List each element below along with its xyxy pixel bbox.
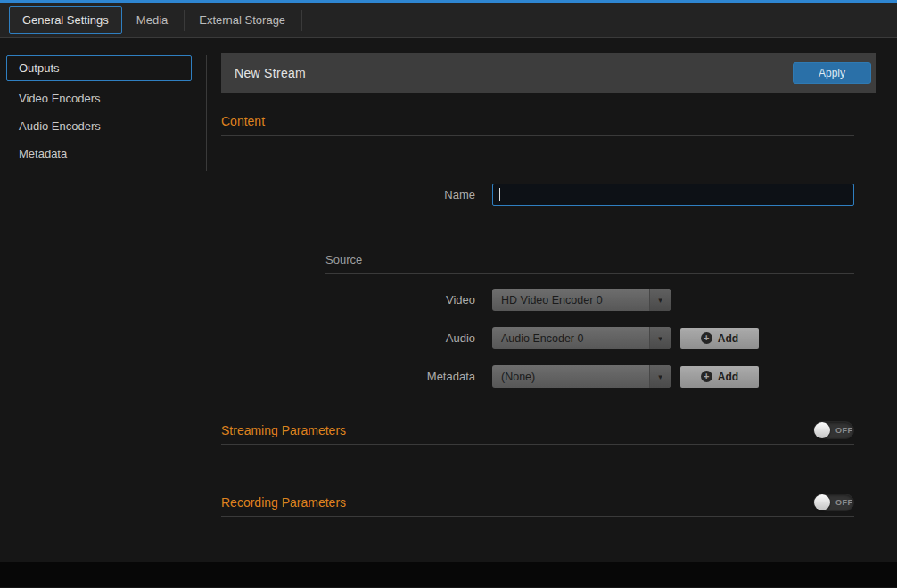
metadata-label: Metadata bbox=[221, 370, 475, 383]
name-label: Name bbox=[221, 188, 475, 201]
sidebar-item-video-encoders[interactable]: Video Encoders bbox=[0, 85, 207, 112]
sidebar: Outputs Video Encoders Audio Encoders Me… bbox=[0, 38, 207, 562]
metadata-select-value: (None) bbox=[492, 371, 535, 383]
name-row: Name bbox=[221, 184, 854, 206]
chevron-down-icon: ▾ bbox=[649, 365, 671, 388]
chevron-down-icon: ▾ bbox=[649, 289, 671, 311]
recording-toggle[interactable]: OFF bbox=[813, 494, 854, 511]
audio-row: Audio Audio Encoder 0 ▾ + Add bbox=[221, 327, 854, 349]
content-divider bbox=[221, 135, 854, 136]
recording-params-row: Recording Parameters OFF bbox=[221, 494, 854, 511]
sidebar-item-metadata[interactable]: Metadata bbox=[0, 140, 207, 167]
name-input[interactable] bbox=[492, 184, 854, 206]
plus-icon: + bbox=[701, 371, 712, 382]
chevron-down-icon: ▾ bbox=[649, 327, 671, 349]
audio-add-button[interactable]: + Add bbox=[680, 328, 759, 349]
metadata-row: Metadata (None) ▾ + Add bbox=[221, 365, 854, 388]
metadata-select[interactable]: (None) ▾ bbox=[492, 365, 671, 388]
toggle-off-label: OFF bbox=[835, 426, 853, 435]
page-title: New Stream bbox=[235, 66, 306, 80]
add-button-label: Add bbox=[718, 371, 738, 383]
tab-separator bbox=[301, 10, 302, 31]
footer-bar bbox=[0, 562, 897, 587]
add-button-label: Add bbox=[718, 332, 738, 345]
audio-label: Audio bbox=[221, 331, 475, 345]
video-label: Video bbox=[221, 293, 475, 306]
audio-select-value: Audio Encoder 0 bbox=[492, 332, 583, 345]
recording-divider bbox=[221, 516, 854, 517]
video-row: Video HD Video Encoder 0 ▾ bbox=[221, 289, 854, 311]
plus-icon: + bbox=[701, 332, 712, 344]
apply-button[interactable]: Apply bbox=[793, 62, 871, 84]
tab-separator bbox=[184, 10, 185, 31]
video-select-value: HD Video Encoder 0 bbox=[492, 294, 603, 306]
content-section-title: Content bbox=[221, 114, 854, 128]
name-input-wrap bbox=[492, 184, 854, 206]
toggle-knob bbox=[814, 422, 830, 438]
tab-external-storage[interactable]: External Storage bbox=[186, 7, 298, 33]
streaming-params-row: Streaming Parameters OFF bbox=[221, 421, 854, 439]
toggle-knob bbox=[814, 494, 830, 510]
body-area: Outputs Video Encoders Audio Encoders Me… bbox=[0, 38, 897, 562]
main-content: New Stream Apply Content Name Source Vid… bbox=[221, 38, 876, 562]
app-window: General Settings Media External Storage … bbox=[0, 0, 897, 587]
form-area: Content Name Source Video HD Video Encod… bbox=[221, 114, 876, 517]
tab-general-settings[interactable]: General Settings bbox=[9, 6, 122, 34]
metadata-add-button[interactable]: + Add bbox=[680, 366, 759, 388]
tab-media[interactable]: Media bbox=[124, 7, 180, 33]
video-select[interactable]: HD Video Encoder 0 ▾ bbox=[492, 289, 671, 311]
streaming-divider bbox=[221, 444, 854, 445]
stream-header-bar: New Stream Apply bbox=[221, 53, 876, 93]
streaming-toggle[interactable]: OFF bbox=[813, 421, 854, 439]
toggle-off-label: OFF bbox=[835, 498, 853, 507]
tab-bar: General Settings Media External Storage bbox=[0, 3, 897, 38]
source-title: Source bbox=[325, 253, 854, 266]
sidebar-item-audio-encoders[interactable]: Audio Encoders bbox=[0, 112, 207, 140]
streaming-params-title: Streaming Parameters bbox=[221, 423, 346, 437]
source-divider bbox=[325, 273, 854, 274]
text-cursor bbox=[499, 188, 500, 201]
audio-select[interactable]: Audio Encoder 0 ▾ bbox=[492, 327, 671, 349]
recording-params-title: Recording Parameters bbox=[221, 495, 346, 510]
sidebar-divider bbox=[206, 55, 207, 171]
sidebar-item-outputs[interactable]: Outputs bbox=[6, 55, 192, 81]
